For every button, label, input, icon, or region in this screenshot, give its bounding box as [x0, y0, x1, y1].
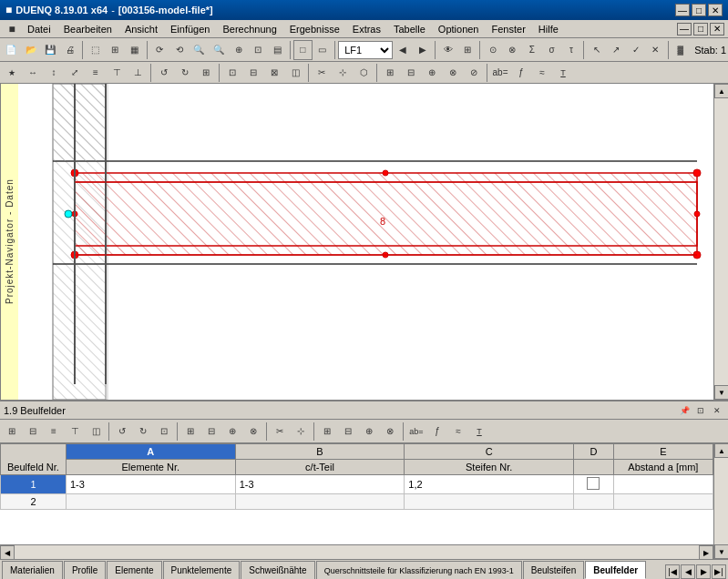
- tb-btn-7[interactable]: 🔍: [210, 40, 229, 60]
- menu-extras[interactable]: Extras: [347, 22, 386, 36]
- tb-check-btn[interactable]: ✓: [626, 40, 645, 60]
- tab-next-btn[interactable]: ▶: [696, 564, 711, 579]
- ptb-btn-1[interactable]: ⊞: [2, 422, 22, 442]
- tb2-btn-12[interactable]: ⊟: [243, 63, 263, 83]
- tab-last-btn[interactable]: ▶|: [712, 564, 726, 579]
- row2-nr[interactable]: 2: [1, 494, 67, 510]
- scroll-up-btn[interactable]: ▲: [714, 84, 728, 98]
- lf1-combo[interactable]: LF1: [338, 41, 393, 59]
- row2-elemente[interactable]: [66, 494, 235, 510]
- tb-btn-2[interactable]: ⊞: [106, 40, 125, 60]
- tb2-btn-8[interactable]: ↺: [154, 63, 174, 83]
- tb2-btn-26[interactable]: T: [553, 63, 573, 83]
- tb2-btn-18[interactable]: ⊞: [380, 63, 400, 83]
- ptb-btn-5[interactable]: ◫: [86, 422, 106, 442]
- menu-hilfe[interactable]: Hilfe: [533, 22, 564, 36]
- maximize-button[interactable]: □: [692, 4, 706, 16]
- tb-cross-btn[interactable]: ✕: [646, 40, 665, 60]
- ptb-btn-10[interactable]: ⊟: [201, 422, 221, 442]
- menu-einfuegen[interactable]: Einfügen: [165, 22, 215, 36]
- ptb-btn-17[interactable]: ⊕: [359, 422, 379, 442]
- menu-tabelle[interactable]: Tabelle: [388, 22, 431, 36]
- tb-cursor-btn[interactable]: ↖: [587, 40, 606, 60]
- row1-steifen[interactable]: 1,2: [405, 475, 574, 494]
- ptb-btn-20[interactable]: ƒ: [427, 422, 447, 442]
- ptb-btn-22[interactable]: T: [469, 422, 489, 442]
- tb-btn-6[interactable]: 🔍: [190, 40, 209, 60]
- tab-prev-btn[interactable]: ◀: [681, 564, 695, 579]
- tb-btn-10[interactable]: ▤: [269, 40, 288, 60]
- col-b-header[interactable]: B: [235, 444, 405, 460]
- ptb-btn-19[interactable]: ab=: [406, 422, 426, 442]
- col-e-header[interactable]: E: [613, 444, 713, 460]
- tb-eye-btn[interactable]: 👁: [438, 40, 457, 60]
- tb2-btn-13[interactable]: ⊠: [264, 63, 284, 83]
- ptb-btn-2[interactable]: ⊟: [23, 422, 43, 442]
- panel-track-v[interactable]: [714, 458, 728, 544]
- tb2-btn-6[interactable]: ⊤: [107, 63, 127, 83]
- ptb-btn-6[interactable]: ↺: [112, 422, 132, 442]
- tb2-btn-24[interactable]: ƒ: [511, 63, 531, 83]
- canvas-scrollbar-v[interactable]: ▲ ▼: [713, 84, 728, 400]
- tab-beulsteifen[interactable]: Beulsteifen: [523, 561, 584, 579]
- tb2-btn-15[interactable]: ✂: [312, 63, 332, 83]
- col-d-header[interactable]: D: [574, 444, 614, 460]
- ptb-btn-16[interactable]: ⊟: [338, 422, 358, 442]
- panel-scroll-down[interactable]: ▼: [714, 544, 728, 559]
- panel-float-btn[interactable]: ⊡: [693, 403, 708, 418]
- save-btn[interactable]: 💾: [41, 40, 60, 60]
- ptb-btn-3[interactable]: ≡: [44, 422, 64, 442]
- menu-fenster[interactable]: Fenster: [487, 22, 531, 36]
- tb2-btn-9[interactable]: ↻: [175, 63, 195, 83]
- ptb-btn-15[interactable]: ⊞: [317, 422, 337, 442]
- ptb-btn-8[interactable]: ⊡: [154, 422, 174, 442]
- inner-min-btn[interactable]: —: [677, 23, 692, 36]
- tb2-btn-20[interactable]: ⊕: [422, 63, 442, 83]
- tab-schweissnaehte[interactable]: Schweißnähte: [241, 561, 314, 579]
- scroll-track-h[interactable]: [15, 545, 699, 559]
- row1-elemente[interactable]: 1-3: [66, 475, 235, 494]
- tb2-btn-2[interactable]: ↔: [23, 63, 43, 83]
- tb2-btn-25[interactable]: ≈: [532, 63, 552, 83]
- tb-btn-9[interactable]: ⊡: [249, 40, 268, 60]
- tb-misc2[interactable]: ⊗: [503, 40, 522, 60]
- menu-optionen[interactable]: Optionen: [433, 22, 485, 36]
- tb2-btn-1[interactable]: ★: [2, 63, 22, 83]
- tb-misc3[interactable]: Σ: [523, 40, 542, 60]
- scroll-right-btn[interactable]: ▶: [699, 545, 713, 559]
- menu-datei[interactable]: Datei: [22, 22, 56, 36]
- checkbox-1[interactable]: [587, 477, 600, 490]
- menu-berechnung[interactable]: Berechnung: [217, 22, 282, 36]
- tb2-btn-22[interactable]: ⊘: [464, 63, 484, 83]
- row1-nr[interactable]: 1: [1, 475, 67, 494]
- row2-checkbox[interactable]: [574, 494, 614, 510]
- tb2-btn-7[interactable]: ⊥: [128, 63, 148, 83]
- open-btn[interactable]: 📂: [22, 40, 41, 60]
- tb-misc4[interactable]: σ: [542, 40, 561, 60]
- side-panel[interactable]: Projekt-Navigator - Daten: [0, 84, 18, 400]
- tab-first-btn[interactable]: |◀: [665, 564, 680, 579]
- tb-rect2-btn[interactable]: ▭: [313, 40, 333, 60]
- row2-steifen[interactable]: [405, 494, 574, 510]
- ptb-btn-21[interactable]: ≈: [448, 422, 468, 442]
- menu-bearbeiten[interactable]: Bearbeiten: [58, 22, 118, 36]
- row1-abstand[interactable]: [613, 475, 713, 494]
- tb2-btn-4[interactable]: ⤢: [65, 63, 85, 83]
- col-c-header[interactable]: C: [405, 444, 574, 460]
- minimize-button[interactable]: —: [675, 4, 690, 16]
- tab-beulfelder[interactable]: Beulfelder: [585, 561, 646, 579]
- tb2-btn-10[interactable]: ⊞: [196, 63, 216, 83]
- inner-restore-btn[interactable]: □: [693, 23, 708, 36]
- panel-scrollbar-v[interactable]: ▲ ▼: [713, 443, 728, 559]
- new-btn[interactable]: 📄: [2, 40, 21, 60]
- tb-btn-5[interactable]: ⟲: [170, 40, 190, 60]
- tb2-btn-3[interactable]: ↕: [44, 63, 64, 83]
- tb2-btn-5[interactable]: ≡: [86, 63, 106, 83]
- tb2-btn-19[interactable]: ⊟: [401, 63, 421, 83]
- tb2-btn-17[interactable]: ⬡: [354, 63, 374, 83]
- tb-btn-4[interactable]: ⟳: [150, 40, 169, 60]
- menu-ansicht[interactable]: Ansicht: [119, 22, 163, 36]
- tb2-btn-16[interactable]: ⊹: [333, 63, 353, 83]
- tab-querschnittsteile[interactable]: Querschnittsteile für Klassifizierung na…: [316, 561, 522, 579]
- tab-materialien[interactable]: Materialien: [2, 561, 63, 579]
